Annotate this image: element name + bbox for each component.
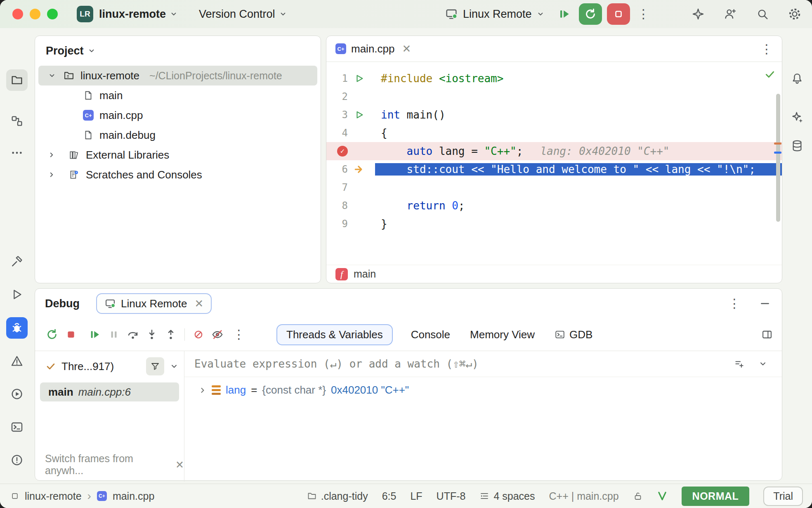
breakpoint-icon[interactable]: ✓ [337, 146, 348, 157]
indent-widget[interactable]: 4 spaces [479, 490, 535, 502]
inspections-status-icon[interactable] [765, 69, 775, 80]
stack-frame-row[interactable]: main main.cpp:6 [40, 382, 179, 401]
invite-user-icon[interactable] [724, 7, 737, 21]
caret-position-widget[interactable]: 6:5 [382, 490, 397, 502]
stop-program-button[interactable] [607, 3, 630, 25]
unlock-icon[interactable] [633, 491, 643, 501]
close-window-button[interactable] [12, 9, 23, 19]
editor-options-button[interactable]: ⋮ [760, 42, 773, 56]
file-type-widget[interactable]: C++ | main.cpp [549, 490, 619, 502]
inspections-tool-button[interactable] [6, 449, 28, 471]
error-stripe-execution-mark[interactable] [774, 152, 781, 154]
expand-chevron-icon[interactable] [198, 386, 207, 394]
variable-row[interactable]: lang = {const char *} 0x402010 "C++" [198, 384, 782, 396]
encoding-widget[interactable]: UTF-8 [437, 490, 466, 502]
search-everywhere-icon[interactable] [756, 7, 769, 21]
terminal-tool-button[interactable] [6, 416, 28, 438]
evaluate-expression-input[interactable] [194, 357, 567, 370]
editor-tab-main-cpp[interactable]: C+ main.cpp ✕ [335, 43, 411, 55]
more-tool-windows-button[interactable] [6, 142, 28, 164]
run-target-selector[interactable]: Linux Remote [445, 7, 544, 21]
chevron-down-icon[interactable] [759, 360, 767, 368]
debug-session-tab[interactable]: Linux Remote ✕ [96, 293, 212, 314]
close-session-icon[interactable]: ✕ [194, 297, 203, 310]
minimize-window-button[interactable] [30, 9, 40, 19]
tree-row-scratches[interactable]: Scratches and Consoles [35, 165, 321, 185]
mute-breakpoints-button[interactable] [189, 325, 208, 344]
stop-button[interactable] [61, 325, 80, 344]
chevron-right-icon[interactable] [48, 151, 55, 159]
tree-row-main[interactable]: main [35, 85, 321, 105]
debug-toolbar-more-button[interactable]: ⋮ [230, 328, 248, 341]
code-line: 3 int main() [326, 106, 782, 124]
tree-row-main-debug[interactable]: main.debug [35, 125, 321, 145]
breadcrumb-scope[interactable]: main [354, 268, 376, 280]
layout-settings-button[interactable] [761, 329, 773, 340]
chevron-right-icon[interactable] [48, 171, 55, 178]
filter-frames-button[interactable] [146, 357, 164, 375]
ai-assistant-tool-button[interactable] [786, 106, 808, 128]
project-tool-button[interactable] [6, 69, 28, 91]
statusbar-project[interactable]: linux-remote [25, 490, 82, 502]
tab-console[interactable]: Console [409, 325, 452, 344]
debug-options-button[interactable]: ⋮ [726, 297, 743, 310]
tab-gdb[interactable]: GDB [553, 325, 594, 344]
window-controls [12, 9, 58, 19]
statusbar-file[interactable]: main.cpp [113, 490, 154, 502]
project-panel-header[interactable]: Project [35, 36, 321, 66]
database-tool-button[interactable] [786, 135, 808, 157]
clang-tidy-widget[interactable]: .clang-tidy [307, 490, 368, 502]
hide-inline-values-button[interactable] [208, 325, 227, 344]
tree-row-external-libraries[interactable]: External Libraries [35, 145, 321, 165]
tree-row-project-root[interactable]: linux-remote ~/CLionProjects/linux-remot… [38, 66, 317, 85]
zoom-window-button[interactable] [47, 9, 58, 19]
run-line-icon[interactable] [355, 110, 364, 119]
commit-tool-button[interactable] [6, 110, 28, 132]
ideavim-icon[interactable] [657, 491, 668, 501]
rerun-debug-button[interactable] [579, 3, 602, 25]
tab-memory-view[interactable]: Memory View [468, 325, 536, 344]
resume-button[interactable] [85, 325, 104, 344]
settings-gear-icon[interactable] [788, 7, 801, 21]
hammer-icon [10, 255, 24, 268]
add-watch-icon[interactable] [734, 358, 745, 369]
debug-tool-button[interactable] [6, 317, 28, 339]
dismiss-hint-icon[interactable]: ✕ [175, 459, 184, 471]
project-badge[interactable]: LR [77, 6, 93, 22]
tab-threads-variables[interactable]: Threads & Variables [276, 324, 393, 345]
pause-button[interactable] [104, 325, 123, 344]
titlebar: LR linux-remote Version Control Linux Re… [0, 0, 812, 28]
thread-selector[interactable]: Thre...917) [46, 356, 178, 377]
chevron-down-icon[interactable] [48, 72, 56, 79]
close-tab-icon[interactable]: ✕ [402, 43, 411, 55]
ai-sparkle-icon [791, 110, 804, 123]
rerun-debug-button[interactable] [42, 325, 61, 344]
chevron-down-icon[interactable] [170, 362, 178, 370]
run-tool-button[interactable] [6, 284, 28, 305]
version-control-menu[interactable]: Version Control [199, 0, 287, 28]
editor-scrollbar[interactable] [776, 94, 780, 222]
line-separator-widget[interactable]: LF [410, 490, 422, 502]
services-tool-button[interactable] [6, 383, 28, 405]
more-run-actions-button[interactable]: ⋮ [635, 8, 652, 20]
step-over-button[interactable] [123, 325, 142, 344]
run-line-icon[interactable] [355, 74, 364, 83]
notifications-button[interactable] [786, 68, 808, 89]
error-stripe-breakpoint-mark[interactable] [774, 142, 781, 145]
step-out-button[interactable] [161, 325, 180, 344]
license-badge[interactable]: Trial [763, 487, 803, 506]
problems-tool-button[interactable] [6, 350, 28, 372]
structure-icon [10, 114, 24, 128]
code-line: 2 [326, 88, 782, 106]
step-into-button[interactable] [142, 325, 161, 344]
hide-panel-icon[interactable] [760, 298, 770, 309]
vim-mode-indicator[interactable]: NORMAL [682, 487, 750, 506]
build-tool-button[interactable] [6, 251, 28, 272]
project-menu[interactable]: linux-remote [99, 0, 177, 28]
frames-hint: Switch frames from anywh... ✕ [45, 453, 184, 477]
variables-pane: lang = {const char *} 0x402010 "C++" [184, 351, 782, 482]
resume-program-button[interactable] [555, 5, 574, 24]
ai-assistant-icon[interactable] [692, 7, 705, 21]
code-editor[interactable]: 1 #include <iostream> 2 3 int main() 4 {… [326, 62, 782, 233]
tree-row-main-cpp[interactable]: C+ main.cpp [35, 105, 321, 125]
